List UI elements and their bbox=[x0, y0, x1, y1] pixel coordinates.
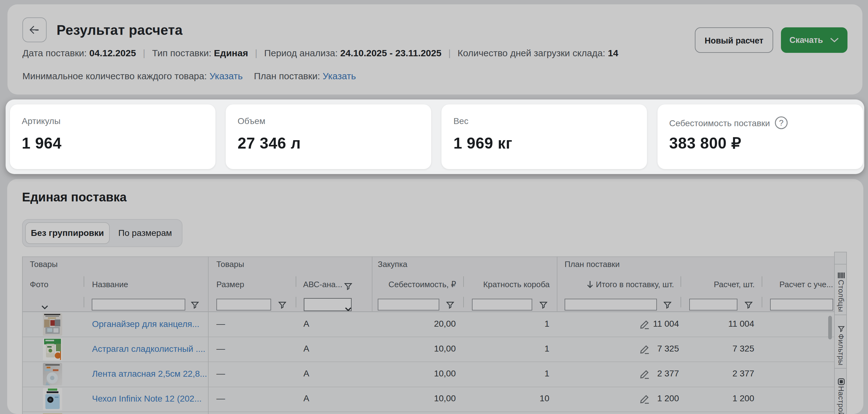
svg-text:?: ? bbox=[779, 118, 783, 127]
